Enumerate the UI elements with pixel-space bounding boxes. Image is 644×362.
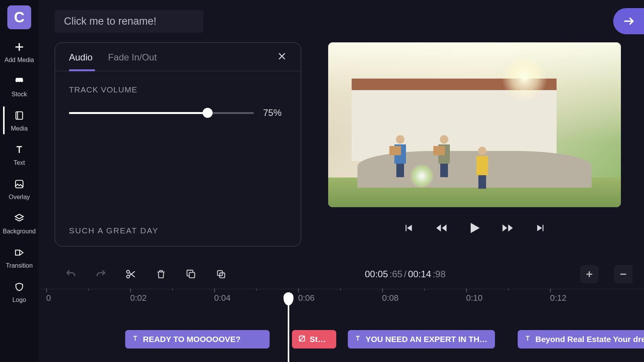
media-icon [12, 109, 26, 122]
preview-column [313, 42, 636, 258]
tab-audio[interactable]: Audio [69, 52, 92, 70]
svg-rect-6 [15, 180, 23, 188]
copy-button[interactable] [182, 265, 200, 283]
sidebar-item-label: Stock [12, 91, 27, 98]
sidebar-item-label: Text [13, 159, 25, 166]
tab-fade[interactable]: Fade In/Out [108, 52, 157, 70]
sidebar-item-background[interactable]: Background [3, 211, 35, 235]
text-icon [131, 335, 139, 344]
sidebar-item-label: Overlay [8, 194, 30, 201]
clip-label: Beyond Real Estate Your dream, o [535, 335, 644, 344]
svg-rect-2 [16, 112, 22, 119]
ruler-tick: 0:12 [550, 293, 567, 303]
clip-label: St… [310, 335, 326, 344]
redo-button[interactable] [92, 265, 110, 283]
sidebar-item-media[interactable]: Media [11, 109, 28, 132]
svg-point-12 [127, 270, 130, 273]
panel-tabs: Audio Fade In/Out [55, 43, 301, 71]
svg-point-13 [127, 275, 130, 278]
current-time: 00:05 [365, 269, 388, 280]
sidebar-item-logo[interactable]: Logo [12, 280, 26, 303]
close-panel-button[interactable] [277, 51, 287, 71]
delete-button[interactable] [152, 265, 170, 283]
sidebar-item-label: Add Media [5, 57, 34, 64]
undo-icon [65, 268, 77, 280]
timeline-tracks: READY TO MOOOOOVE?St…YOU NEED AN EXPERT … [39, 330, 644, 353]
timeline-clip[interactable]: READY TO MOOOOOVE? [125, 330, 270, 349]
timeline-toolbar: 00:05:65 / 00:14:98 [39, 258, 644, 289]
ruler-tick: 0 [46, 293, 51, 303]
ruler-tick: 0:08 [382, 293, 399, 303]
rewind-icon [435, 222, 448, 234]
rewind-button[interactable] [434, 220, 449, 236]
volume-slider-row: 75% [69, 107, 287, 118]
undo-button[interactable] [62, 265, 80, 283]
plus-icon [12, 40, 26, 54]
volume-section-label: TRACK VOLUME [69, 85, 287, 94]
sidebar-item-stock[interactable]: Stock [12, 74, 27, 98]
timeline-clip[interactable]: YOU NEED AN EXPERT IN TH… [348, 330, 495, 349]
text-icon [354, 335, 362, 344]
timeline[interactable]: 00:020:040:060:080:100:12 READY TO MOOOO… [39, 289, 644, 353]
sidebar-item-label: Transition [6, 262, 33, 269]
play-icon [467, 220, 482, 236]
playback-controls [401, 220, 548, 236]
time-display: 00:05:65 / 00:14:98 [365, 269, 446, 280]
scissors-icon [125, 268, 137, 280]
duplicate-button[interactable] [212, 265, 230, 283]
redo-icon [95, 268, 107, 280]
cut-button[interactable] [122, 265, 140, 283]
zoom-in-button[interactable] [580, 265, 599, 283]
workspace: Audio Fade In/Out TRACK VOLUME 75% SUCH … [39, 42, 644, 258]
sidebar-item-label: Logo [12, 297, 26, 303]
audio-panel: Audio Fade In/Out TRACK VOLUME 75% SUCH … [55, 42, 301, 246]
ruler-tick: 0:04 [214, 293, 231, 303]
sidebar-item-text[interactable]: Text [12, 143, 26, 166]
video-preview[interactable] [328, 42, 621, 207]
skip-start-button[interactable] [401, 220, 416, 236]
minus-icon [618, 269, 628, 279]
ruler-tick: 0:02 [130, 293, 147, 303]
shield-icon [12, 280, 26, 294]
slider-fill [69, 112, 208, 114]
trash-icon [156, 269, 166, 280]
sidebar-item-label: Background [3, 228, 35, 235]
app-logo[interactable]: C [7, 5, 31, 29]
volume-slider[interactable] [69, 112, 254, 114]
panel-body: TRACK VOLUME 75% SUCH A GREAT DAY [55, 71, 301, 246]
main-area: Audio Fade In/Out TRACK VOLUME 75% SUCH … [39, 0, 644, 362]
svg-rect-16 [189, 272, 195, 278]
timeline-clip[interactable]: Beyond Real Estate Your dream, o [518, 330, 644, 349]
skip-end-button[interactable] [533, 220, 548, 236]
plus-icon [584, 269, 594, 279]
sidebar-item-label: Media [11, 125, 28, 132]
sidebar-item-add-media[interactable]: Add Media [5, 40, 34, 64]
overlay-icon [12, 177, 26, 191]
layers-icon [12, 211, 26, 225]
audio-track-name: SUCH A GREAT DAY [69, 226, 287, 235]
copy-icon [186, 269, 196, 280]
sidebar-item-transition[interactable]: Transition [6, 246, 33, 269]
timeline-clip[interactable]: St… [292, 330, 336, 349]
clip-label: YOU NEED AN EXPERT IN TH… [366, 335, 488, 344]
shape-icon [298, 335, 306, 344]
timeline-ruler[interactable]: 00:020:040:060:080:100:12 [39, 293, 644, 311]
fast-forward-icon [501, 222, 514, 234]
svg-marker-7 [15, 215, 23, 219]
total-time: 00:14 [408, 269, 431, 280]
store-icon [12, 74, 26, 88]
playhead[interactable] [283, 292, 293, 362]
export-button[interactable] [613, 8, 644, 34]
play-button[interactable] [467, 220, 482, 236]
project-title-input[interactable] [55, 10, 203, 33]
ruler-tick: 0:10 [466, 293, 483, 303]
svg-rect-8 [15, 250, 20, 255]
sidebar-item-overlay[interactable]: Overlay [8, 177, 30, 201]
topbar [39, 0, 644, 42]
forward-button[interactable] [500, 220, 515, 236]
duplicate-icon [216, 269, 226, 280]
slider-thumb[interactable] [203, 108, 213, 118]
zoom-out-button[interactable] [614, 265, 632, 283]
text-icon [524, 335, 532, 344]
skip-previous-icon [403, 223, 414, 233]
